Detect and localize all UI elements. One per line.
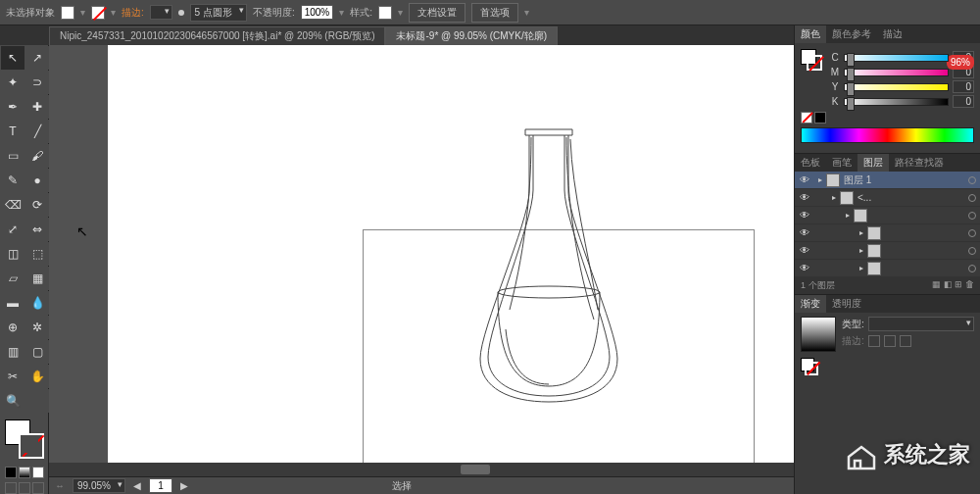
grad-in-stroke-2[interactable] (884, 335, 896, 347)
pathfinder-tab[interactable]: 路径查找器 (889, 154, 950, 172)
gradient-mode[interactable] (19, 467, 30, 478)
color-well[interactable] (3, 418, 46, 461)
pencil-tool[interactable]: ✎ (1, 169, 24, 192)
perspective-tool[interactable]: ▱ (1, 267, 24, 290)
visibility-icon[interactable]: 👁 (799, 192, 810, 203)
preferences-button[interactable]: 首选项 (471, 3, 518, 23)
mesh-tool[interactable]: ▦ (25, 267, 49, 290)
stroke-color[interactable] (19, 433, 44, 459)
lasso-tool[interactable]: ⊃ (25, 71, 49, 94)
page-input[interactable]: 1 (149, 478, 172, 493)
sync-badge[interactable]: 96% (947, 55, 974, 70)
artboard-tool[interactable]: ▢ (25, 340, 49, 364)
target-icon[interactable] (968, 212, 976, 220)
horizontal-scrollbar[interactable] (49, 463, 794, 476)
visibility-icon[interactable]: 👁 (799, 245, 810, 256)
target-icon[interactable] (968, 265, 976, 272)
eraser-tool[interactable]: ⌫ (1, 193, 24, 217)
width-tool[interactable]: ⇔ (25, 218, 49, 241)
value-Y[interactable]: 0 (953, 80, 974, 93)
layers-tab[interactable]: 图层 (858, 154, 889, 172)
blend-tool[interactable]: ⊕ (1, 316, 24, 339)
layer-row[interactable]: 👁▸图层 1 (795, 172, 980, 189)
slider-C[interactable] (844, 54, 949, 62)
draw-behind[interactable] (19, 482, 30, 494)
selection-tool[interactable]: ↖ (1, 46, 24, 70)
eyedropper-tool[interactable]: 💧 (25, 291, 49, 315)
paintbrush-tool[interactable]: 🖌 (25, 144, 49, 168)
layer-row[interactable]: 👁▸<... (795, 189, 980, 207)
disclosure-icon[interactable]: ▸ (859, 228, 863, 237)
layer-row[interactable]: 👁▸ (795, 207, 980, 224)
slice-tool[interactable]: ✂ (1, 365, 24, 388)
stroke-weight-dropdown[interactable] (150, 5, 172, 20)
visibility-icon[interactable]: 👁 (799, 210, 810, 221)
gradient-type-dropdown[interactable] (868, 317, 974, 331)
stroke-swatch[interactable] (91, 6, 105, 20)
disclosure-icon[interactable]: ▸ (859, 246, 863, 255)
swatches-tab[interactable]: 色板 (795, 154, 826, 172)
type-tool[interactable]: T (1, 120, 24, 143)
direct-selection-tool[interactable]: ↗ (25, 46, 49, 70)
slider-Y[interactable] (844, 83, 949, 91)
visibility-icon[interactable]: 👁 (799, 227, 810, 238)
brush-dropdown[interactable]: 5 点圆形 (190, 4, 247, 22)
rectangle-tool[interactable]: ▭ (1, 144, 24, 168)
solid-mode[interactable] (5, 467, 17, 478)
gradient-tool[interactable]: ▬ (1, 291, 24, 315)
document-tab[interactable]: Nipic_2457331_20101020230646567000 [转换].… (49, 26, 385, 45)
visibility-icon[interactable]: 👁 (799, 174, 810, 185)
pen-tool[interactable]: ✒ (1, 95, 24, 119)
grad-in-stroke-1[interactable] (868, 335, 880, 347)
scale-tool[interactable]: ⤢ (1, 218, 24, 241)
panel-stroke-swatch[interactable] (807, 55, 822, 71)
opacity-input[interactable]: 100% (301, 5, 334, 20)
disclosure-icon[interactable]: ▸ (846, 211, 850, 220)
symbol-sprayer-tool[interactable]: ✲ (25, 316, 49, 339)
shape-builder-tool[interactable]: ⬚ (25, 242, 49, 266)
blob-brush-tool[interactable]: ● (25, 169, 49, 192)
document-tab-active[interactable]: 未标题-9* @ 99.05% (CMYK/轮廓) (385, 26, 558, 45)
stroke-tab[interactable]: 描边 (877, 25, 908, 43)
slider-M[interactable] (844, 69, 949, 76)
none-swatch[interactable] (801, 112, 812, 124)
zoom-dropdown[interactable]: 99.05% (73, 478, 125, 493)
graph-tool[interactable]: ▥ (1, 340, 24, 364)
gradient-tab[interactable]: 渐变 (795, 295, 826, 313)
disclosure-icon[interactable]: ▸ (859, 264, 863, 272)
style-swatch[interactable] (378, 6, 392, 20)
grad-in-stroke-3[interactable] (900, 335, 911, 347)
black-swatch[interactable] (814, 112, 826, 124)
gradient-preview[interactable] (801, 317, 836, 352)
magic-wand-tool[interactable]: ✦ (1, 71, 24, 94)
draw-normal[interactable] (5, 482, 17, 494)
target-icon[interactable] (968, 194, 976, 202)
target-icon[interactable] (968, 176, 976, 184)
layer-row[interactable]: 👁▸ (795, 224, 980, 242)
free-transform-tool[interactable]: ◫ (1, 242, 24, 266)
layer-row[interactable]: 👁▸ (795, 242, 980, 260)
visibility-icon[interactable]: 👁 (799, 263, 810, 273)
zoom-tool[interactable]: 🔍 (1, 389, 24, 413)
target-icon[interactable] (968, 247, 976, 255)
value-K[interactable]: 0 (953, 95, 974, 108)
fill-swatch[interactable] (61, 6, 74, 20)
draw-inside[interactable] (32, 482, 44, 494)
transparency-tab[interactable]: 透明度 (826, 295, 867, 313)
spectrum-picker[interactable] (801, 127, 974, 143)
line-tool[interactable]: ╱ (25, 120, 49, 143)
document-setup-button[interactable]: 文档设置 (409, 3, 466, 23)
layer-row[interactable]: 👁▸ (795, 260, 980, 277)
disclosure-icon[interactable]: ▸ (818, 175, 822, 184)
rotate-tool[interactable]: ⟳ (25, 193, 49, 217)
color-tab[interactable]: 颜色 (795, 25, 826, 43)
type-tool-placeholder[interactable]: ✚ (25, 95, 49, 119)
hand-tool[interactable]: ✋ (25, 365, 49, 388)
none-mode[interactable] (32, 467, 44, 478)
slider-K[interactable] (844, 98, 949, 106)
target-icon[interactable] (968, 229, 976, 237)
layers-buttons[interactable]: ▦ ◧ ⊞ 🗑 (932, 279, 974, 292)
document-canvas[interactable] (108, 45, 794, 476)
disclosure-icon[interactable]: ▸ (832, 193, 836, 202)
color-guide-tab[interactable]: 颜色参考 (826, 25, 877, 43)
